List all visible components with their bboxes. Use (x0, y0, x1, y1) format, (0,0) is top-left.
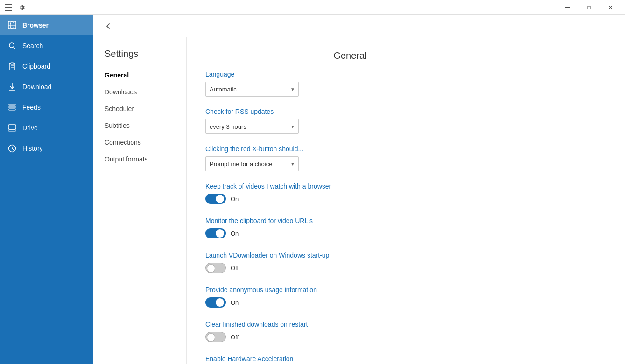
clear-downloads-state: Off (231, 334, 239, 341)
sidebar: Browser Search Clipboard (0, 15, 93, 364)
track-videos-toggle-row: On (205, 194, 495, 204)
language-select[interactable]: Automatic English Spanish (205, 82, 299, 97)
clear-downloads-toggle[interactable] (205, 332, 226, 342)
feeds-icon (7, 103, 17, 112)
sidebar-item-browser[interactable]: Browser (0, 15, 93, 35)
svg-line-21 (12, 148, 14, 150)
rss-label: Check for RSS updates (205, 108, 495, 115)
svg-rect-0 (5, 4, 12, 5)
rss-select[interactable]: every 1 hour every 3 hours every 6 hours (205, 119, 299, 134)
track-videos-thumb (216, 195, 224, 203)
sidebar-label-search: Search (22, 42, 43, 49)
launch-startup-setting: Launch VDownloader on Windows start-up O… (205, 252, 495, 273)
monitor-clipboard-state: On (231, 230, 239, 237)
language-setting: Language Automatic English Spanish ▼ (205, 70, 495, 97)
anonymous-usage-toggle[interactable] (205, 297, 226, 308)
launch-startup-state: Off (231, 265, 239, 272)
svg-rect-2 (5, 10, 12, 11)
svg-line-7 (14, 47, 15, 49)
anonymous-usage-setting: Provide anonymous usage information On (205, 286, 495, 308)
sidebar-label-download: Download (22, 83, 51, 91)
launch-startup-label: Launch VDownloader on Windows start-up (205, 252, 495, 259)
settings-title: Settings (93, 45, 186, 67)
nav-item-scheduler[interactable]: Scheduler (93, 100, 186, 117)
svg-rect-17 (8, 125, 16, 129)
monitor-clipboard-setting: Monitor the clipboard for video URL's On (205, 217, 495, 238)
track-videos-label: Keep track of videos I watch with a brow… (205, 182, 495, 190)
drive-icon (7, 123, 17, 133)
red-x-label: Clicking the red X-button should... (205, 145, 495, 153)
hardware-accel-label: Enable Hardware Acceleration (205, 355, 495, 363)
rss-select-wrapper: every 1 hour every 3 hours every 6 hours… (205, 119, 299, 134)
app-body: Browser Search Clipboard (0, 15, 625, 364)
clear-downloads-thumb (207, 333, 215, 342)
clear-downloads-toggle-row: Off (205, 332, 495, 342)
language-select-wrapper: Automatic English Spanish ▼ (205, 82, 299, 97)
nav-item-downloads[interactable]: Downloads (93, 84, 186, 100)
sidebar-label-history: History (22, 145, 43, 152)
content-header (93, 15, 625, 37)
sidebar-item-search[interactable]: Search (0, 35, 93, 56)
nav-item-output-formats[interactable]: Output formats (93, 151, 186, 168)
clear-downloads-setting: Clear finished downloads on restart Off (205, 321, 495, 342)
svg-rect-15 (9, 106, 15, 108)
track-videos-setting: Keep track of videos I watch with a brow… (205, 182, 495, 204)
monitor-clipboard-label: Monitor the clipboard for video URL's (205, 217, 495, 224)
red-x-select-wrapper: Prompt me for a choice Minimize to tray … (205, 156, 299, 171)
sidebar-item-clipboard[interactable]: Clipboard (0, 56, 93, 77)
red-x-select[interactable]: Prompt me for a choice Minimize to tray … (205, 156, 299, 171)
monitor-clipboard-toggle-row: On (205, 228, 495, 238)
hamburger-icon[interactable] (4, 3, 13, 12)
nav-item-subtitles[interactable]: Subtitles (93, 117, 186, 134)
search-icon (7, 41, 17, 50)
settings-page-title: General (205, 45, 495, 70)
nav-item-general[interactable]: General (93, 67, 186, 84)
anonymous-usage-label: Provide anonymous usage information (205, 286, 495, 294)
settings-nav: Settings General Downloads Scheduler Sub… (93, 37, 187, 364)
window-controls: — □ ✕ (557, 0, 621, 15)
download-icon (7, 82, 17, 91)
sidebar-item-download[interactable]: Download (0, 77, 93, 97)
launch-startup-toggle[interactable] (205, 263, 226, 273)
svg-rect-1 (5, 7, 12, 8)
sidebar-item-feeds[interactable]: Feeds (0, 97, 93, 118)
content-area: Settings General Downloads Scheduler Sub… (93, 15, 625, 364)
clear-downloads-label: Clear finished downloads on restart (205, 321, 495, 328)
anonymous-usage-thumb (216, 298, 224, 307)
anonymous-usage-state: On (231, 299, 239, 306)
launch-startup-toggle-row: Off (205, 263, 495, 273)
svg-rect-9 (11, 63, 14, 64)
maximize-button[interactable]: □ (578, 0, 600, 15)
sidebar-label-clipboard: Clipboard (22, 63, 50, 70)
sidebar-item-history[interactable]: History (0, 138, 93, 159)
anonymous-usage-toggle-row: On (205, 297, 495, 308)
clipboard-icon (7, 62, 17, 71)
track-videos-toggle[interactable] (205, 194, 226, 204)
monitor-clipboard-toggle[interactable] (205, 228, 226, 238)
sidebar-label-drive: Drive (22, 124, 38, 132)
launch-startup-thumb (207, 264, 215, 273)
svg-rect-16 (9, 109, 15, 110)
language-label: Language (205, 70, 495, 78)
red-x-setting: Clicking the red X-button should... Prom… (205, 145, 495, 171)
title-bar: — □ ✕ (0, 0, 625, 15)
minimize-button[interactable]: — (557, 0, 578, 15)
rss-updates-setting: Check for RSS updates every 1 hour every… (205, 108, 495, 134)
history-icon (7, 144, 17, 153)
hardware-accel-setting: Enable Hardware Acceleration (205, 355, 495, 363)
settings-icon[interactable] (17, 3, 26, 12)
svg-rect-14 (9, 104, 15, 105)
close-button[interactable]: ✕ (600, 0, 621, 15)
sidebar-item-drive[interactable]: Drive (0, 118, 93, 138)
monitor-clipboard-thumb (216, 229, 224, 238)
back-button[interactable] (101, 19, 116, 34)
globe-icon (7, 21, 17, 30)
sidebar-label-browser: Browser (22, 21, 49, 29)
title-bar-left (4, 3, 26, 12)
content-body: Settings General Downloads Scheduler Sub… (93, 37, 625, 364)
track-videos-state: On (231, 196, 239, 203)
settings-content-inner: General Language Automatic English Spani… (187, 37, 513, 364)
settings-content: General Language Automatic English Spani… (187, 37, 625, 364)
nav-item-connections[interactable]: Connections (93, 134, 186, 151)
sidebar-label-feeds: Feeds (22, 104, 41, 111)
